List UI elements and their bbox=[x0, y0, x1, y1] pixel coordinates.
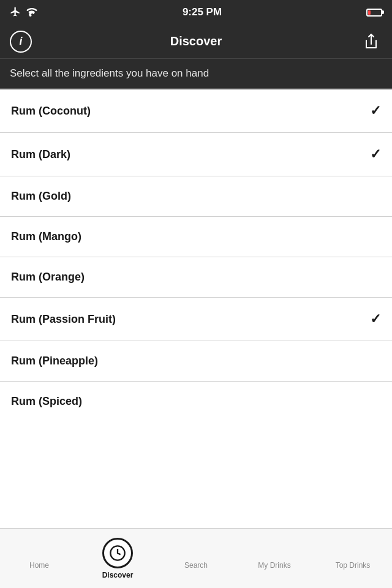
ingredient-name: Rum (Orange) bbox=[11, 271, 85, 284]
sub-header-text: Select all the ingredients you have on h… bbox=[10, 67, 209, 79]
airplane-icon bbox=[10, 6, 21, 19]
status-left bbox=[10, 6, 38, 19]
ingredient-name: Rum (Spiced) bbox=[11, 395, 82, 408]
tab-mydrinks-label: My Drinks bbox=[258, 561, 290, 570]
info-button[interactable]: i bbox=[10, 31, 32, 53]
ingredient-name: Rum (Pineapple) bbox=[11, 355, 98, 368]
discover-icon bbox=[102, 538, 133, 568]
tab-home[interactable]: Home bbox=[0, 529, 78, 588]
tab-discover[interactable]: Discover bbox=[78, 529, 157, 588]
checkmark-icon: ✓ bbox=[370, 103, 381, 119]
ingredient-item[interactable]: Rum (Coconut)✓ bbox=[0, 89, 392, 133]
checkmark-icon: ✓ bbox=[370, 146, 381, 162]
ingredient-item[interactable]: Rum (Passion Fruit)✓ bbox=[0, 298, 392, 341]
ingredient-item[interactable]: Rum (Dark)✓ bbox=[0, 133, 392, 176]
ingredient-name: Rum (Coconut) bbox=[11, 105, 91, 118]
nav-bar: i Discover bbox=[0, 24, 392, 59]
ingredient-name: Rum (Mango) bbox=[11, 230, 81, 243]
tab-search[interactable]: Search bbox=[157, 529, 235, 588]
ingredient-item[interactable]: Rum (Gold) bbox=[0, 176, 392, 217]
ingredient-item[interactable]: Rum (Orange) bbox=[0, 257, 392, 298]
sub-header: Select all the ingredients you have on h… bbox=[0, 59, 392, 89]
ingredient-name: Rum (Gold) bbox=[11, 190, 71, 203]
info-icon: i bbox=[19, 35, 22, 48]
checkmark-icon: ✓ bbox=[370, 311, 381, 327]
tab-topdrinks-label: Top Drinks bbox=[336, 561, 371, 570]
status-right bbox=[366, 9, 382, 17]
tab-mydrinks[interactable]: My Drinks bbox=[235, 529, 314, 588]
wifi-icon bbox=[26, 7, 38, 18]
tab-home-label: Home bbox=[29, 561, 49, 570]
ingredient-item[interactable]: Rum (Spiced) bbox=[0, 382, 392, 421]
status-bar: 9:25 PM bbox=[0, 0, 392, 24]
tab-bar: Home Discover Search My Drinks bbox=[0, 528, 392, 588]
nav-title: Discover bbox=[170, 34, 222, 48]
status-time: 9:25 PM bbox=[183, 6, 222, 18]
ingredient-name: Rum (Passion Fruit) bbox=[11, 313, 116, 326]
ingredient-item[interactable]: Rum (Pineapple) bbox=[0, 341, 392, 382]
ingredient-item[interactable]: Rum (Mango) bbox=[0, 217, 392, 257]
share-button[interactable] bbox=[360, 31, 382, 53]
ingredients-list[interactable]: Rum (Coconut)✓Rum (Dark)✓Rum (Gold)Rum (… bbox=[0, 89, 392, 527]
tab-topdrinks[interactable]: Top Drinks bbox=[314, 529, 392, 588]
tab-search-label: Search bbox=[184, 561, 208, 570]
ingredient-name: Rum (Dark) bbox=[11, 148, 70, 161]
battery-icon bbox=[366, 9, 382, 17]
tab-discover-label: Discover bbox=[102, 571, 134, 579]
